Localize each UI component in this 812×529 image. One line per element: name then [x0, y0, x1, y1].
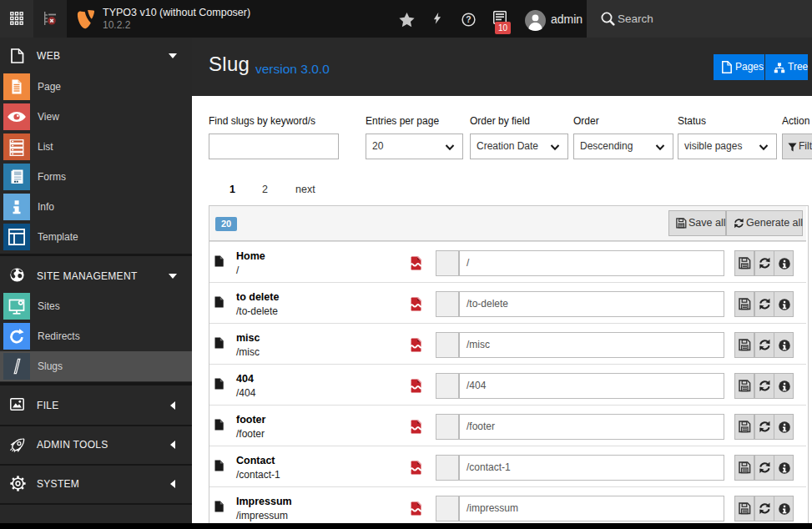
svg-text:?: ?	[466, 15, 471, 24]
